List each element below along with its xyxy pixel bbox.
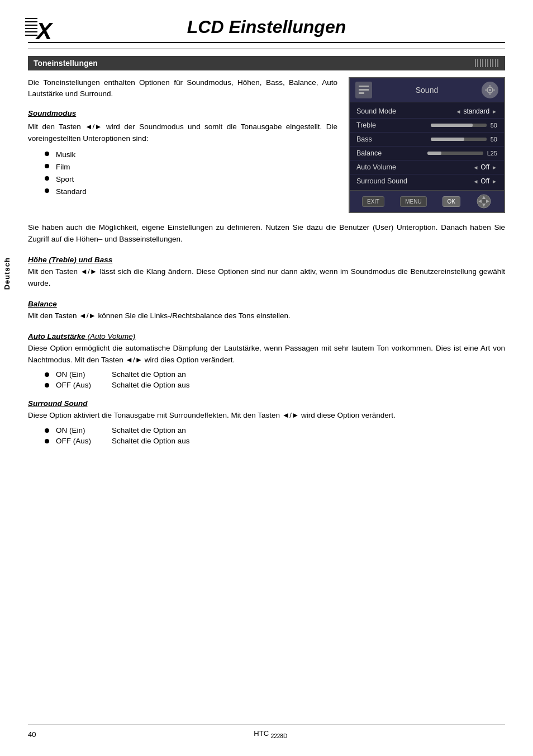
option-desc: Schaltet die Option an <box>112 426 505 434</box>
balance-fill <box>427 152 441 155</box>
tv-row-value: 50 <box>431 136 497 143</box>
list-item-label: Film <box>56 162 70 173</box>
arrow-left-icon: ◄ <box>473 164 478 171</box>
arrow-left-icon: ◄ <box>455 108 461 115</box>
page-number: 40 <box>28 730 36 739</box>
bullet-dot <box>45 152 49 156</box>
balance-text: Mit den Tasten ◄/► können Sie die Links-… <box>28 310 505 322</box>
tv-row-value: ◄ Off ► <box>473 177 497 185</box>
tv-panel: Sound Soun <box>349 77 505 213</box>
settings-icon <box>484 84 496 96</box>
tv-row-bass: Bass 50 <box>350 133 504 147</box>
bullet-dot <box>45 164 49 168</box>
ok-button[interactable]: OK <box>442 196 460 207</box>
list-item: Sport <box>45 174 337 185</box>
bass-value: 50 <box>491 136 497 143</box>
arrow-right-icon: ► <box>492 164 497 171</box>
logo-lines-svg: X <box>25 14 64 48</box>
tv-row-label: Bass <box>356 135 372 143</box>
option-label: OFF (Aus) <box>56 381 112 389</box>
surround-options: ON (Ein) Schaltet die Option an OFF (Aus… <box>45 426 505 445</box>
list-item: Standard <box>45 186 337 197</box>
option-bullet <box>45 428 49 433</box>
treble-bass-title: Höhe (Treble) und Bass <box>28 256 505 264</box>
balance-bar <box>427 152 483 155</box>
tv-row-sound-mode: Sound Mode ◄ standard ► <box>350 105 504 119</box>
surround-subsection: Surround Sound Diese Option aktiviert di… <box>28 399 505 445</box>
bass-fill <box>431 138 464 141</box>
option-label: ON (Ein) <box>56 370 112 379</box>
bass-slider: 50 <box>431 136 497 143</box>
tv-row-label: Balance <box>356 149 382 157</box>
content-area: Die Toneinstellungen enthalten Optionen … <box>28 77 505 213</box>
page-header: LCD Einstellungen <box>28 17 505 43</box>
tv-panel-header: Sound <box>350 78 504 102</box>
auto-volume-title-en-text: (Auto Volume) <box>88 332 136 341</box>
option-item: OFF (Aus) Schaltet die Option aus <box>45 437 505 445</box>
balance-slider: L25 <box>427 150 497 157</box>
model-name: HTC <box>254 729 269 738</box>
svg-point-11 <box>489 89 491 91</box>
svg-rect-8 <box>359 89 369 91</box>
svg-text:X: X <box>35 18 54 44</box>
bullet-dot <box>45 176 49 181</box>
menu-button[interactable]: MENU <box>400 196 426 207</box>
tv-row-label: Auto Volume <box>356 163 396 171</box>
option-bullet <box>45 439 49 443</box>
list-item-label: Sport <box>56 174 74 185</box>
treble-bar <box>431 124 487 127</box>
section-intro: Die Toneinstellungen enthalten Optionen … <box>28 77 337 100</box>
treble-bass-text: Mit den Tasten ◄/► lässt sich die Klang … <box>28 266 505 290</box>
bullet-dot <box>45 188 49 193</box>
soundmodus-list: Musik Film Sport Standard <box>45 149 337 198</box>
treble-value: 50 <box>491 122 497 129</box>
auto-volume-title: Auto Lautstärke (Auto Volume) <box>28 332 505 341</box>
tv-row-auto-volume: Auto Volume ◄ Off ► <box>350 160 504 174</box>
option-item: OFF (Aus) Schaltet die Option aus <box>45 381 505 389</box>
menu-icon <box>358 84 370 96</box>
bass-bar <box>431 138 487 141</box>
tv-row-surround-sound: Surround Sound ◄ Off ► <box>350 174 504 188</box>
svg-rect-7 <box>359 86 369 87</box>
logo-area: X <box>25 14 64 48</box>
sound-mode-value: standard <box>463 107 489 115</box>
auto-volume-value: Off <box>480 163 489 171</box>
treble-fill <box>431 124 473 127</box>
section-heading: Toneinstellungen <box>28 56 505 70</box>
tv-row-treble: Treble 50 <box>350 119 504 133</box>
list-item: Film <box>45 162 337 173</box>
exit-button[interactable]: EXIT <box>362 196 384 207</box>
tv-icon-right <box>482 82 498 98</box>
option-bullet <box>45 372 49 377</box>
tv-row-value: ◄ Off ► <box>473 163 497 171</box>
soundmodus-title: Soundmodus <box>28 108 337 119</box>
page-container: X LCD Einstellungen Toneinstellungen Die… <box>0 0 533 756</box>
option-item: ON (Ein) Schaltet die Option an <box>45 426 505 434</box>
tv-row-value: ◄ standard ► <box>455 107 497 115</box>
arrow-right-icon: ► <box>492 178 497 185</box>
option-label: OFF (Aus) <box>56 437 112 445</box>
list-item-label: Musik <box>56 149 75 160</box>
tv-icon-left <box>355 82 372 98</box>
soundmodus-subsection: Soundmodus Mit den Tasten ◄/► wird der S… <box>28 108 337 198</box>
treble-slider: 50 <box>431 122 497 129</box>
tv-row-label: Treble <box>356 121 376 129</box>
tv-row-value: 50 <box>431 122 497 129</box>
sidebar-label: Deutsch <box>3 257 11 290</box>
tv-panel-inner: Sound Soun <box>349 77 505 213</box>
surround-text: Diese Option aktiviert die Tonausgabe mi… <box>28 410 505 422</box>
auto-volume-text: Diese Option ermöglicht die automatische… <box>28 343 505 366</box>
svg-point-21 <box>482 199 486 204</box>
tv-footer: EXIT MENU OK <box>350 190 504 212</box>
heading-dots <box>475 59 499 67</box>
auto-volume-subsection: Auto Lautstärke (Auto Volume) Diese Opti… <box>28 332 505 390</box>
soundmodus-text: Mit den Tasten ◄/► wird der Soundmodus u… <box>28 121 337 145</box>
tv-rows: Sound Mode ◄ standard ► Treble <box>350 102 504 190</box>
option-desc: Schaltet die Option an <box>112 370 505 379</box>
balance-title: Balance <box>28 300 505 308</box>
nav-icon <box>476 193 492 209</box>
model-sub: 2228D <box>271 733 287 739</box>
option-bullet <box>45 383 49 388</box>
option-label: ON (Ein) <box>56 426 112 434</box>
page-title: LCD Einstellungen <box>28 17 505 37</box>
